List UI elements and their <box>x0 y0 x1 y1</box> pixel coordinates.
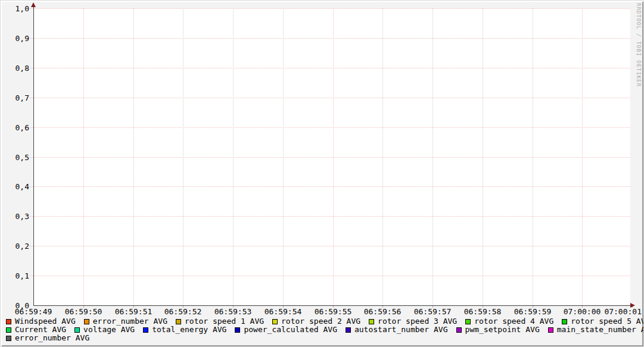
y-tick-label: 0,3 <box>1 212 29 221</box>
x-tick-label: 06:59:49 <box>15 307 52 316</box>
legend-item: pwm_setpoint AVG <box>456 326 540 334</box>
x-gridline <box>533 8 533 305</box>
x-gridline <box>433 8 433 305</box>
x-axis-line <box>33 305 633 306</box>
legend-swatch-icon <box>456 327 462 333</box>
y-tick-label: 0,8 <box>1 64 29 73</box>
legend-row: error_number AVG <box>6 334 641 342</box>
legend-item: total_energy AVG <box>143 326 226 334</box>
legend-swatch-icon <box>176 319 181 324</box>
y-gridline <box>30 186 630 187</box>
y-gridline <box>30 216 630 217</box>
y-gridline <box>30 38 630 39</box>
legend-swatch-icon <box>6 336 11 341</box>
legend-label: rotor speed 4 AVG <box>474 317 553 326</box>
x-tick-label: 06:59:59 <box>514 307 552 316</box>
y-gridline <box>30 127 630 128</box>
y-axis-line <box>33 6 34 306</box>
legend-label: rotor speed 5 AVG <box>571 317 644 326</box>
legend-label: rotor speed 2 AVG <box>281 317 360 326</box>
legend-swatch-icon <box>369 319 374 324</box>
x-tick-label: 06:59:51 <box>115 307 153 316</box>
x-gridline <box>83 8 84 305</box>
legend-swatch-icon <box>562 319 567 324</box>
legend-swatch-icon <box>346 327 351 333</box>
y-gridline <box>30 8 630 9</box>
x-tick-label: 06:59:53 <box>214 307 252 316</box>
legend-item: main_state_number AVG <box>548 326 644 334</box>
legend-label: pwm_setpoint AVG <box>465 326 540 334</box>
legend-swatch-icon <box>84 319 89 324</box>
x-gridline <box>483 8 483 305</box>
legend-swatch-icon <box>6 319 11 324</box>
x-tick-label: 06:59:54 <box>265 307 302 316</box>
x-gridline <box>283 8 284 305</box>
y-tick-label: 0,5 <box>1 153 29 162</box>
y-tick-label: 1,0 <box>1 4 29 13</box>
legend-label: error_number AVG <box>93 317 167 326</box>
y-gridline <box>30 68 630 68</box>
x-gridline <box>233 8 234 305</box>
legend-row: Windspeed AVGerror_number AVGrotor speed… <box>6 317 641 326</box>
rrdtool-graph: 1,00,90,80,70,60,50,40,30,20,10,0 06:59:… <box>0 0 644 347</box>
legend-item: power_calculated AVG <box>235 326 337 334</box>
legend-item: error_number AVG <box>84 317 167 326</box>
legend-swatch-icon <box>465 319 471 324</box>
legend-item: rotor speed 1 AVG <box>176 317 264 326</box>
y-gridline <box>30 246 630 246</box>
legend-item: error_number AVG <box>6 334 89 342</box>
legend-swatch-icon <box>143 327 148 333</box>
y-tick-label: 0,6 <box>1 123 29 132</box>
x-tick-label: 06:59:55 <box>315 307 352 316</box>
legend-label: total_energy AVG <box>152 326 226 334</box>
y-axis-arrow-icon <box>31 2 36 7</box>
legend-item: Current AVG <box>6 326 66 334</box>
legend-label: main_state_number AVG <box>557 326 644 334</box>
x-tick-label: 06:59:58 <box>464 307 502 316</box>
legend-item: rotor speed 5 AVG <box>562 317 644 326</box>
legend-row: Current AVGvoltage AVGtotal_energy AVGpo… <box>6 326 641 334</box>
y-tick-label: 0,7 <box>1 93 29 102</box>
legend-label: error_number AVG <box>15 334 89 342</box>
y-tick-label: 0,9 <box>1 34 29 43</box>
y-tick-label: 0,2 <box>1 242 29 251</box>
rrdtool-watermark: RRDTOOL / TOBI OETIKER <box>636 3 642 87</box>
y-gridline <box>30 98 630 98</box>
y-tick-label: 0,1 <box>1 271 29 280</box>
x-tick-label: 06:59:50 <box>65 307 102 316</box>
x-axis-arrow-icon <box>630 303 635 308</box>
legend-item: voltage AVG <box>74 326 135 334</box>
legend-swatch-icon <box>548 327 553 333</box>
x-tick-label: 06:59:56 <box>364 307 402 316</box>
legend: Windspeed AVGerror_number AVGrotor speed… <box>6 317 641 342</box>
legend-item: Windspeed AVG <box>6 317 76 326</box>
legend-label: voltage AVG <box>83 326 135 334</box>
legend-swatch-icon <box>272 319 278 324</box>
x-tick-label: 06:59:52 <box>164 307 202 316</box>
legend-swatch-icon <box>6 327 11 333</box>
y-tick-label: 0,4 <box>1 182 29 191</box>
x-gridline <box>382 8 383 305</box>
x-gridline <box>183 8 183 305</box>
legend-item: rotor speed 4 AVG <box>465 317 553 326</box>
y-gridline <box>30 157 630 158</box>
legend-label: autostart_number AVG <box>354 326 448 334</box>
y-gridline <box>30 276 630 276</box>
x-gridline <box>333 8 334 305</box>
legend-label: rotor speed 1 AVG <box>185 317 264 326</box>
legend-label: Current AVG <box>15 326 66 334</box>
x-tick-label: 06:59:57 <box>414 307 452 316</box>
x-tick-label: 07:00:00 <box>564 307 601 316</box>
legend-label: rotor speed 3 AVG <box>378 317 457 326</box>
legend-label: Windspeed AVG <box>15 317 76 326</box>
legend-item: autostart_number AVG <box>346 326 448 334</box>
legend-label: power_calculated AVG <box>244 326 337 334</box>
legend-swatch-icon <box>74 327 80 333</box>
legend-item: rotor speed 3 AVG <box>369 317 457 326</box>
x-tick-label: 07:00:01 <box>604 307 642 316</box>
legend-swatch-icon <box>235 327 240 333</box>
legend-item: rotor speed 2 AVG <box>272 317 360 326</box>
x-gridline <box>582 8 583 305</box>
x-gridline <box>133 8 134 305</box>
